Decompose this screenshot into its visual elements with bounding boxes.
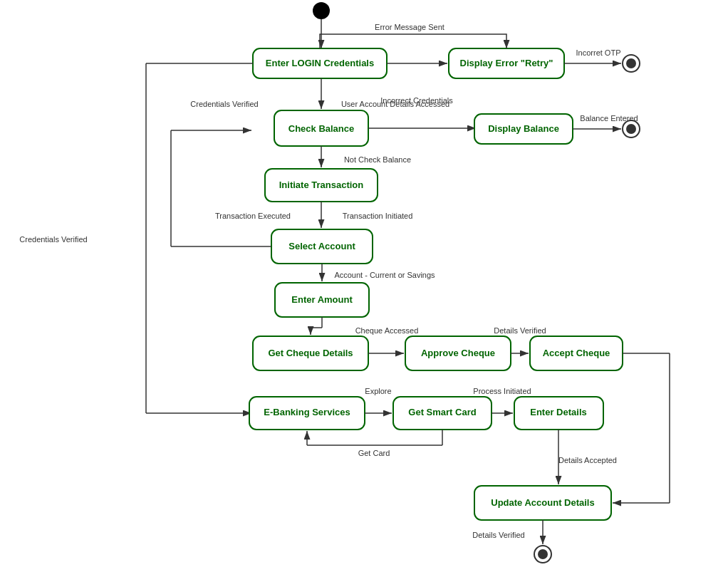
enter-amount-label: Enter Amount (291, 294, 353, 305)
label-transaction-initiated: Transaction Initiated (343, 212, 413, 220)
diagram-svg: Enter LOGIN Credentials Display Error "R… (0, 0, 728, 577)
label-details-accepted: Details Accepted (558, 456, 617, 464)
approve-cheque-label: Approve Cheque (421, 348, 495, 358)
display-balance-label: Display Balance (488, 123, 559, 134)
label-explore: Explore (365, 387, 391, 395)
end-retry-inner (626, 58, 636, 68)
label-process-initiated: Process Initiated (473, 387, 531, 395)
end-final-inner (538, 549, 548, 559)
label-cheque-accessed: Cheque Accessed (355, 326, 419, 335)
label-error-message-sent: Error Message Sent (375, 23, 444, 31)
label-not-check-balance: Not Check Balance (344, 155, 411, 164)
accept-cheque-label: Accept Cheque (543, 348, 610, 358)
end-balance-inner (626, 124, 636, 134)
display-error-label: Display Error "Retry" (460, 58, 553, 68)
label-details-verified-1: Details Verified (494, 326, 546, 335)
login-label: Enter LOGIN Credentials (266, 58, 374, 68)
label-get-card: Get Card (358, 449, 390, 457)
label-balance-entered: Balance Entered (580, 114, 638, 123)
label-credentials-verified-left: Credentials Verified (19, 235, 87, 244)
label-credentials-verified-top: Credentials Verified (190, 100, 258, 108)
arrow-error-sent (320, 34, 506, 48)
label-incorrect-otp: Incorret OTP (576, 48, 621, 57)
label-account-current-savings: Account - Current or Savings (334, 271, 435, 279)
label-details-verified-2: Details Verified (472, 531, 524, 539)
label-transaction-executed: Transaction Executed (215, 212, 291, 220)
check-balance-label: Check Balance (288, 123, 355, 134)
get-cheque-label: Get Cheque Details (268, 348, 353, 358)
enter-details-label: Enter Details (530, 407, 586, 417)
update-account-label: Update Account Details (491, 497, 594, 508)
start-node (313, 2, 330, 19)
initiate-tx-label: Initiate Transaction (279, 180, 364, 190)
label-user-account-accessed: User Account Details Accessed (341, 100, 449, 108)
select-account-label: Select Account (288, 241, 355, 251)
ebanking-label: E-Banking Services (264, 407, 350, 417)
smart-card-label: Get Smart Card (408, 407, 476, 417)
